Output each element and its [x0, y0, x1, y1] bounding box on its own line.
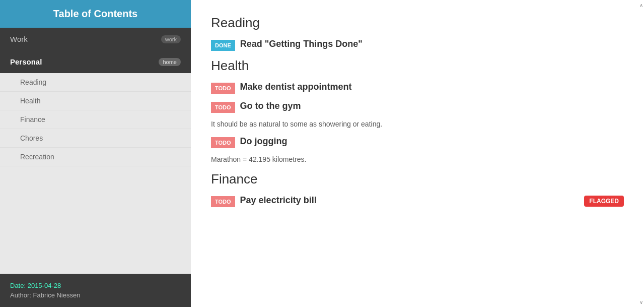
footer-date: Date: 2015-04-28: [10, 282, 181, 289]
sidebar-section-work[interactable]: Work work: [0, 28, 191, 50]
sidebar: Table of Contents Work work Personal hom…: [0, 0, 191, 307]
badge-todo: TODO: [211, 196, 235, 207]
sidebar-footer: Date: 2015-04-28 Author: Fabrice Niessen: [0, 274, 191, 307]
badge-done: DONE: [211, 40, 235, 51]
badge-todo: TODO: [211, 102, 235, 113]
todo-text: Go to the gym: [240, 101, 301, 111]
sidebar-section-work-badge: work: [161, 35, 181, 43]
sidebar-subitems: Reading Health Finance Chores Recreation: [0, 73, 191, 274]
todo-item: TODO Make dentist appointment: [211, 82, 624, 94]
jogging-note: Marathon = 42.195 kilometres.: [211, 155, 624, 163]
sidebar-item-chores[interactable]: Chores: [0, 129, 191, 148]
main-content: Reading DONE Read "Getting Things Done" …: [191, 0, 644, 307]
sidebar-section-personal[interactable]: Personal home: [0, 50, 191, 73]
todo-text: Pay electricity bill: [240, 195, 317, 206]
section-heading-health: Health: [211, 58, 624, 74]
scroll-arrow-up[interactable]: ∧: [638, 0, 644, 10]
sidebar-header: Table of Contents: [0, 0, 191, 28]
flagged-badge: FLAGGED: [584, 196, 624, 207]
todo-item: TODO Go to the gym: [211, 101, 624, 113]
flagged-row: TODO Pay electricity bill FLAGGED: [211, 195, 624, 207]
todo-item: DONE Read "Getting Things Done": [211, 39, 624, 51]
sidebar-item-health[interactable]: Health: [0, 92, 191, 110]
todo-text: Read "Getting Things Done": [240, 39, 363, 49]
sidebar-item-reading[interactable]: Reading: [0, 73, 191, 92]
scroll-arrow-down[interactable]: ∨: [638, 297, 644, 307]
badge-todo: TODO: [211, 83, 235, 94]
footer-author: Author: Fabrice Niessen: [10, 291, 181, 299]
sidebar-section-personal-label: Personal: [10, 57, 42, 66]
todo-item: TODO Pay electricity bill: [211, 195, 317, 207]
sidebar-item-finance[interactable]: Finance: [0, 110, 191, 129]
todo-item: TODO Do jogging: [211, 136, 624, 148]
gym-note: It should be as natural to some as showe…: [211, 120, 624, 128]
section-heading-reading: Reading: [211, 15, 624, 31]
badge-todo: TODO: [211, 137, 235, 148]
sidebar-title: Table of Contents: [10, 8, 181, 20]
sidebar-section-work-label: Work: [10, 35, 28, 43]
todo-text: Do jogging: [240, 136, 288, 147]
sidebar-section-personal-badge: home: [159, 58, 181, 66]
todo-text: Make dentist appointment: [240, 82, 352, 92]
sidebar-item-recreation[interactable]: Recreation: [0, 148, 191, 166]
section-heading-finance: Finance: [211, 171, 624, 187]
